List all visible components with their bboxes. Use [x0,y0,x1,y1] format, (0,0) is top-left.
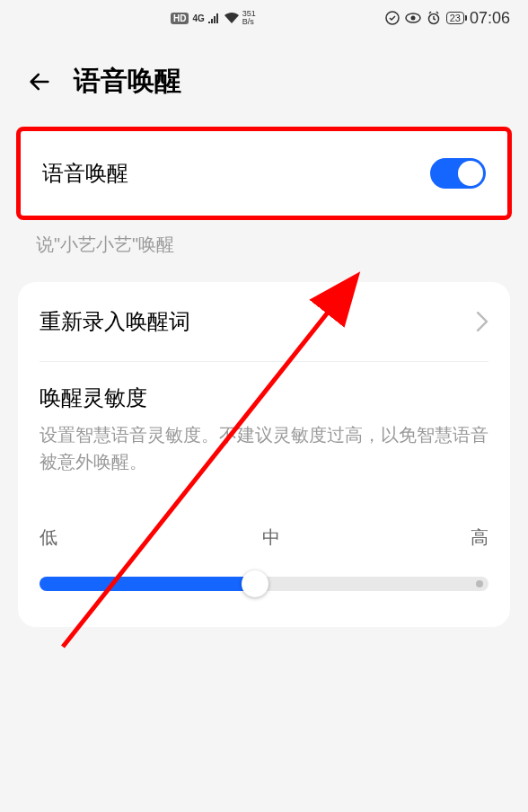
rerecord-row[interactable]: 重新录入唤醒词 [40,282,488,361]
page-header: 语音唤醒 [0,36,528,127]
settings-card: 重新录入唤醒词 唤醒灵敏度 设置智慧语音灵敏度。不建议灵敏度过高，以免智慧语音被… [18,282,510,627]
slider-labels: 低 中 高 [40,490,488,568]
arrow-left-icon [27,69,52,94]
slider-label-low: 低 [40,525,57,550]
chevron-right-icon [476,312,488,331]
signal-icon [208,13,221,23]
network-4g-icon: 4G [192,13,204,23]
slider-fill [40,577,255,591]
hd-icon: HD [171,13,189,24]
sync-icon [385,11,400,25]
sensitivity-title: 唤醒灵敏度 [40,384,488,412]
sensitivity-slider[interactable] [40,568,488,627]
battery-icon: 23 [446,12,464,24]
eye-icon [405,13,421,23]
status-bar: HD 4G 351 B/s 23 07:06 [0,0,528,36]
rerecord-label: 重新录入唤醒词 [40,307,190,336]
page-title: 语音唤醒 [74,63,181,100]
slider-track [40,577,488,591]
sensitivity-section: 唤醒灵敏度 设置智慧语音灵敏度。不建议灵敏度过高，以免智慧语音被意外唤醒。 [40,362,488,490]
back-button[interactable] [27,69,52,94]
clock-time: 07:06 [470,9,510,28]
slider-end-dot [476,580,483,587]
network-speed: 351 B/s [242,10,256,26]
slider-thumb[interactable] [242,570,268,597]
wifi-icon [224,13,239,23]
sensitivity-desc: 设置智慧语音灵敏度。不建议灵敏度过高，以免智慧语音被意外唤醒。 [40,421,488,475]
slider-label-mid: 中 [262,525,280,550]
voice-wake-toggle[interactable] [430,158,486,189]
slider-label-high: 高 [471,525,488,550]
svg-point-2 [410,16,415,21]
alarm-icon [427,11,441,25]
voice-wake-label: 语音唤醒 [42,159,128,188]
voice-wake-row[interactable]: 语音唤醒 [16,127,512,220]
wake-word-hint: 说"小艺小艺"唤醒 [0,220,528,282]
